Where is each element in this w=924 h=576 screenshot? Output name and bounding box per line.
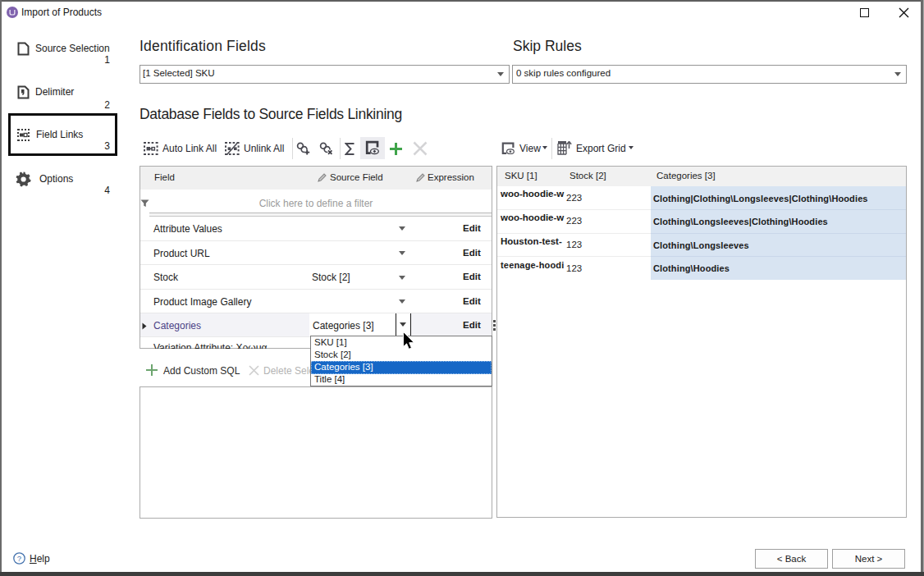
svg-text:?: ?	[17, 554, 21, 563]
